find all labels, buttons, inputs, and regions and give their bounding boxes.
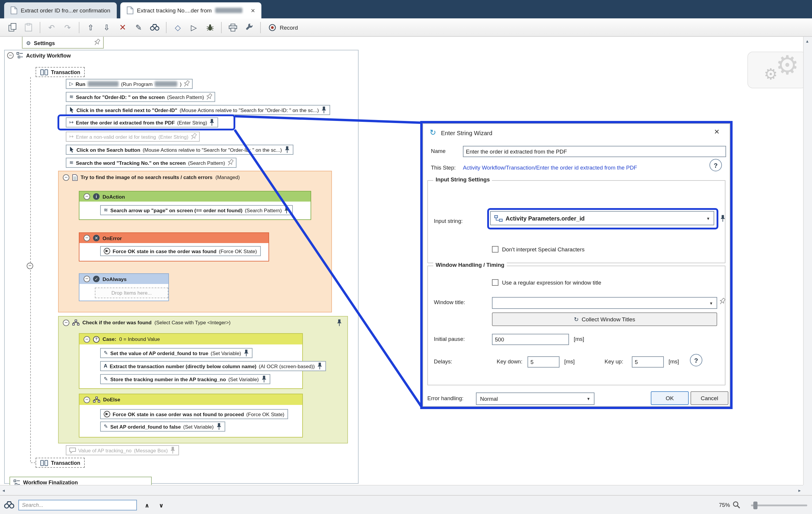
scroll-right-icon[interactable]: ▸ xyxy=(799,488,801,493)
pin-icon[interactable] xyxy=(718,297,727,306)
block-header[interactable]: − DoElse xyxy=(80,394,302,405)
collapse-icon[interactable]: − xyxy=(63,319,69,326)
undo-icon[interactable]: ↶ xyxy=(45,20,59,34)
pin-icon[interactable] xyxy=(216,423,221,430)
step-enter-non-valid[interactable]: ↦ Enter a non-valid order id for testing… xyxy=(66,132,200,142)
tab-extract-order-id[interactable]: Extract order ID fro...er confirmation xyxy=(4,2,117,18)
collapse-icon[interactable]: − xyxy=(84,336,90,342)
step-message-box[interactable]: Value of AP tracking_no (Message Box) xyxy=(66,445,179,455)
pin-icon[interactable] xyxy=(243,349,249,357)
collapse-icon[interactable]: − xyxy=(7,52,13,59)
step-click-search-button[interactable]: Click on the Search button (Mouse Action… xyxy=(66,145,293,155)
step-search-arrow-up[interactable]: ≋ Search arrow up "page" on screen (== o… xyxy=(100,205,293,215)
collect-window-titles-button[interactable]: ↻ Collect Window Titles xyxy=(492,312,717,326)
zoom-slider-track[interactable] xyxy=(751,505,807,506)
tab-extract-tracking-no[interactable]: Extract tracking No....der from × xyxy=(120,2,261,18)
pin-icon[interactable] xyxy=(284,206,290,214)
regex-checkbox-row[interactable]: Use a regular expression for window titl… xyxy=(492,279,601,286)
move-down-icon[interactable]: ⇩ xyxy=(99,20,114,34)
scroll-left-icon[interactable]: ◂ xyxy=(2,488,5,493)
find-replace-icon[interactable] xyxy=(148,20,162,34)
pin-icon[interactable] xyxy=(170,447,175,454)
collapse-icon[interactable]: − xyxy=(63,174,69,180)
transaction-node-2[interactable]: Transaction xyxy=(35,458,85,468)
step-run-program[interactable]: ▷ Run (Run Program ) xyxy=(66,79,193,89)
run-icon[interactable]: ▷ xyxy=(187,20,201,34)
pin-icon[interactable] xyxy=(261,375,266,383)
tools-wrench-icon[interactable] xyxy=(242,20,256,34)
block-header[interactable]: − ✕ OnError xyxy=(80,233,268,243)
step-enter-order-id[interactable]: ↦ Enter the order id extracted from the … xyxy=(66,117,219,127)
pin-icon[interactable] xyxy=(189,132,198,141)
window-title-dropdown[interactable]: ▼ xyxy=(492,297,717,309)
pin-icon[interactable] xyxy=(337,319,342,327)
key-up-input[interactable] xyxy=(632,356,664,368)
initial-pause-input[interactable] xyxy=(492,334,569,345)
step-force-ok-not-found[interactable]: ▶ Force OK state in case order was not f… xyxy=(100,409,288,419)
special-chars-checkbox-row[interactable]: Don't interpret Special Characters xyxy=(492,246,584,253)
this-step-link[interactable]: Activity Workflow/Transaction/Enter the … xyxy=(463,165,637,171)
block-header[interactable]: − Check if the order was found (Select C… xyxy=(59,317,347,329)
scroll-up-icon[interactable]: ▴ xyxy=(806,39,808,44)
breakpoint-icon[interactable]: ◇ xyxy=(171,20,185,34)
step-set-orderid-found-false[interactable]: ✎ Set AP orderid_found to false (Set Var… xyxy=(100,422,225,432)
collapse-icon[interactable]: − xyxy=(84,193,90,200)
workflow-canvas[interactable]: ⚙ Settings − Activity Workflow − Transac… xyxy=(0,37,803,485)
search-next-button[interactable]: ∨ xyxy=(155,500,168,510)
input-string-dropdown[interactable]: Activity Parameters.order_id ▼ xyxy=(490,211,714,225)
pin-icon[interactable] xyxy=(321,106,326,114)
delete-icon[interactable]: ✕ xyxy=(116,20,130,34)
pin-icon[interactable] xyxy=(720,215,725,222)
block-header[interactable]: − i DoAction xyxy=(80,192,311,202)
block-header[interactable]: − ✓ DoAlways xyxy=(80,274,168,284)
zoom-slider-thumb[interactable] xyxy=(753,502,757,509)
transaction-node[interactable]: Transaction xyxy=(35,67,85,77)
ok-button[interactable]: OK xyxy=(651,391,689,405)
tab-close-icon[interactable]: × xyxy=(251,7,255,14)
pin-icon[interactable] xyxy=(284,146,290,153)
search-input[interactable] xyxy=(18,500,137,510)
step-set-orderid-found-true[interactable]: ✎ Set the value of AP orderid_found to t… xyxy=(100,348,253,358)
print-icon[interactable] xyxy=(226,20,240,34)
checkbox[interactable] xyxy=(492,279,498,286)
pin-icon[interactable] xyxy=(317,362,322,370)
record-button[interactable]: Record xyxy=(265,23,301,31)
pin-icon[interactable] xyxy=(204,92,213,102)
workflow-finalization-node[interactable]: Workflow Finalization xyxy=(9,477,152,485)
help-button[interactable]: ? xyxy=(690,354,702,366)
paste-icon[interactable] xyxy=(21,20,35,34)
wand-icon[interactable]: ✎ xyxy=(132,20,146,34)
block-header[interactable]: − Try to find the image of no search res… xyxy=(59,171,331,183)
name-input[interactable] xyxy=(463,146,726,157)
collapse-icon[interactable]: − xyxy=(84,396,90,403)
step-store-tracking-number[interactable]: ✎ Store the tracking number in the AP tr… xyxy=(100,374,270,384)
activity-workflow-node[interactable]: − Activity Workflow xyxy=(7,52,71,59)
settings-node[interactable]: ⚙ Settings xyxy=(22,37,104,49)
block-header[interactable]: − ? Case: 0 = Inbound Value xyxy=(80,334,302,344)
vertical-scrollbar[interactable]: ▴ ▾ xyxy=(803,37,812,495)
pin-icon[interactable] xyxy=(92,38,102,47)
pin-icon[interactable] xyxy=(226,158,234,168)
collapse-icon[interactable]: − xyxy=(27,263,33,269)
step-search-tracking[interactable]: ≋ Search the word "Tracking No." on the … xyxy=(66,158,236,168)
collapse-icon[interactable]: − xyxy=(84,235,90,241)
checkbox[interactable] xyxy=(492,246,498,253)
step-force-ok-found[interactable]: ▶ Force OK state in case the order was f… xyxy=(100,246,260,256)
horizontal-scrollbar[interactable]: ◂ ▸ xyxy=(0,485,803,495)
error-handling-dropdown[interactable]: Normal ▼ xyxy=(476,393,594,405)
collapse-icon[interactable]: − xyxy=(84,276,90,282)
step-search-order-id[interactable]: ≋ Search for "Order-ID: " on the screen … xyxy=(66,92,215,102)
pin-icon[interactable] xyxy=(209,119,215,126)
pin-icon[interactable] xyxy=(182,79,191,89)
step-click-search-field[interactable]: Click in the search field next to "Order… xyxy=(66,105,330,115)
debug-bug-icon[interactable] xyxy=(203,20,217,34)
key-down-input[interactable] xyxy=(527,356,559,368)
move-up-icon[interactable]: ⇧ xyxy=(84,20,98,34)
step-extract-transaction-number[interactable]: A Extract the transaction number (direct… xyxy=(100,361,326,371)
drop-zone[interactable]: Drop Items here... xyxy=(95,288,168,298)
copy-icon[interactable] xyxy=(5,20,20,34)
search-previous-button[interactable]: ∧ xyxy=(141,500,153,510)
redo-icon[interactable]: ↷ xyxy=(60,20,75,34)
help-button[interactable]: ? xyxy=(709,159,722,171)
dialog-close-icon[interactable]: × xyxy=(714,127,720,136)
